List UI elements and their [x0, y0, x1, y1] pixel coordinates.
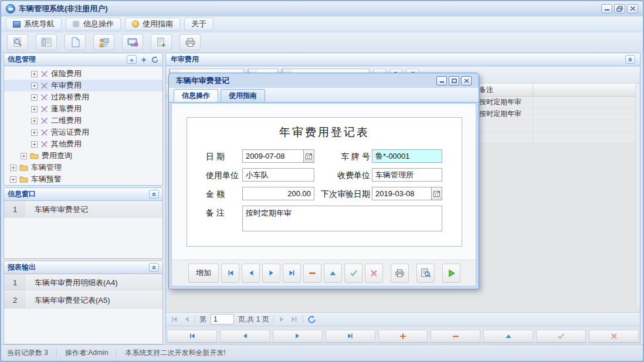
tree-item-fee-query[interactable]: 费用查询: [4, 150, 162, 162]
tree-item-annual-inspection-fee[interactable]: 年审费用: [4, 80, 162, 91]
expand-icon[interactable]: [31, 129, 38, 136]
report-row[interactable]: 2 车辆年审费登记表(A5): [4, 292, 162, 309]
menu-info-operation[interactable]: 信息操作: [66, 18, 121, 30]
column-header-empty[interactable]: [533, 84, 639, 96]
next-record-button[interactable]: [262, 264, 280, 283]
tree-item-2d-fee[interactable]: 二维费用: [4, 115, 162, 127]
cancel-record-button[interactable]: [365, 264, 383, 283]
record-next-button[interactable]: [273, 330, 323, 343]
system-nav-icon: [13, 21, 21, 28]
save-record-button[interactable]: [344, 264, 362, 283]
form-title: 年审费用登记表: [187, 125, 462, 140]
cell-empty: [533, 108, 639, 119]
page-number-input[interactable]: [211, 314, 234, 325]
data-grid-button[interactable]: [36, 34, 57, 50]
collapse-up-icon[interactable]: [625, 55, 635, 64]
tree-item-operation-permit-fee[interactable]: 营运证费用: [4, 127, 162, 138]
collapse-left-icon[interactable]: [127, 55, 137, 64]
pagination-bar: 第 页,共 1 页: [166, 312, 640, 326]
menu-system-nav[interactable]: 系统导航: [6, 18, 62, 30]
folder-icon: [30, 152, 39, 159]
expand-icon[interactable]: [31, 83, 38, 89]
edit-record-button[interactable]: [324, 264, 342, 283]
tree-item-vehicle-alert[interactable]: 车辆预警: [4, 173, 162, 185]
tab-info-operation[interactable]: 信息操作: [174, 89, 218, 102]
column-header-remark[interactable]: 备注: [476, 84, 533, 96]
refresh-icon[interactable]: [151, 55, 159, 64]
check-icon: [350, 269, 358, 277]
document-button[interactable]: [65, 34, 86, 50]
record-first-button[interactable]: [167, 330, 217, 343]
menu-user-guide[interactable]: 使用指南: [125, 18, 180, 30]
add-icon[interactable]: +: [140, 55, 148, 64]
print-button[interactable]: [391, 264, 409, 283]
delete-record-button[interactable]: [303, 264, 321, 283]
page-last-button[interactable]: [290, 315, 299, 323]
calendar-icon[interactable]: [431, 187, 442, 200]
row-label: 车辆年审费登记: [26, 201, 88, 218]
search-button[interactable]: [7, 34, 28, 50]
first-record-icon: [188, 332, 196, 340]
record-last-button[interactable]: [326, 330, 375, 343]
print-preview-button[interactable]: [416, 264, 435, 283]
tab-user-guide[interactable]: 使用指南: [221, 89, 265, 102]
expand-icon[interactable]: [31, 118, 38, 124]
window-restore-button[interactable]: [614, 4, 625, 13]
last-record-button[interactable]: [283, 264, 301, 283]
report-row[interactable]: 1 车辆年审费用明细表(A4): [4, 274, 162, 292]
record-add-button[interactable]: [378, 330, 428, 343]
tree-label: 过路桥费用: [51, 92, 89, 103]
plus-icon: [399, 333, 406, 340]
dialog-minimize-button[interactable]: [436, 76, 447, 86]
next-date-input[interactable]: [372, 187, 431, 200]
tree-item-insurance-fee[interactable]: 保险费用: [4, 68, 162, 80]
dialog-maximize-button[interactable]: [449, 76, 459, 86]
collapse-up-icon[interactable]: [149, 263, 159, 272]
report-add-icon: [157, 37, 166, 47]
prev-record-button[interactable]: [242, 264, 260, 283]
x-icon: [611, 333, 618, 340]
expand-icon[interactable]: [31, 94, 38, 101]
page-first-button[interactable]: [170, 315, 178, 323]
collapse-up-icon[interactable]: [149, 190, 159, 199]
record-save-button[interactable]: [536, 330, 586, 343]
panel-info-manage-header: 信息管理 +: [4, 53, 162, 66]
expand-icon[interactable]: [10, 176, 16, 183]
charge-unit-input[interactable]: [372, 168, 442, 182]
record-prev-button[interactable]: [220, 330, 270, 343]
record-cancel-button[interactable]: [589, 330, 639, 343]
amount-input[interactable]: [242, 187, 314, 200]
run-button[interactable]: [442, 264, 460, 283]
record-edit-button[interactable]: [483, 330, 533, 343]
expand-icon[interactable]: [31, 71, 38, 77]
monitor-button[interactable]: [122, 34, 143, 50]
dialog-close-button[interactable]: [461, 76, 472, 86]
use-unit-input[interactable]: [242, 168, 314, 182]
info-window-row[interactable]: 1 车辆年审费登记: [4, 201, 162, 218]
printer-button[interactable]: [179, 34, 201, 50]
plate-input[interactable]: [372, 149, 442, 163]
page-prev-button[interactable]: [182, 315, 191, 323]
window-minimize-button[interactable]: [601, 4, 612, 13]
tree-item-toll-bridge-fee[interactable]: 过路桥费用: [4, 91, 162, 103]
remark-textarea[interactable]: 按时定期年审: [242, 206, 442, 231]
expand-icon[interactable]: [31, 106, 38, 112]
add-record-button[interactable]: 增加: [188, 264, 219, 283]
expand-icon[interactable]: [10, 165, 16, 171]
tree-item-other-fee[interactable]: 其他费用: [4, 138, 162, 150]
window-close-button[interactable]: [627, 4, 638, 13]
record-delete-button[interactable]: [431, 330, 480, 343]
expand-icon[interactable]: [21, 153, 27, 159]
user-button[interactable]: [93, 34, 114, 50]
tools-icon: [40, 82, 48, 90]
page-next-button[interactable]: [278, 315, 286, 323]
expand-icon[interactable]: [31, 141, 38, 148]
date-input[interactable]: [242, 149, 303, 163]
first-record-button[interactable]: [221, 264, 239, 283]
page-refresh-button[interactable]: [307, 315, 316, 324]
menu-about[interactable]: 关于: [184, 18, 213, 30]
tree-item-awning-fee[interactable]: 蓬靠费用: [4, 103, 162, 115]
vertical-scrollbar[interactable]: [635, 84, 640, 305]
tree-item-vehicle-manage[interactable]: 车辆管理: [4, 162, 162, 173]
report-add-button[interactable]: [151, 34, 172, 50]
